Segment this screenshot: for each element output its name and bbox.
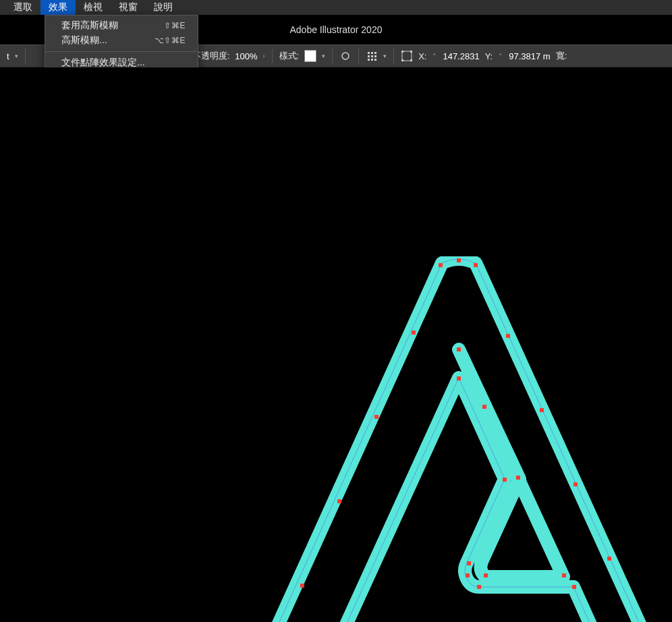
svg-rect-19 — [467, 561, 471, 565]
chevron-down-icon[interactable]: ▾ — [15, 53, 18, 59]
chevron-down-icon[interactable]: ▾ — [322, 53, 325, 59]
toolbar-suffix: t — [7, 51, 9, 61]
separator — [393, 49, 394, 63]
svg-rect-12 — [607, 557, 611, 561]
svg-rect-8 — [474, 263, 478, 267]
y-label: Y: — [485, 51, 493, 61]
menu-item-label: 高斯模糊... — [61, 34, 107, 47]
menu-window[interactable]: 視窗 — [111, 0, 146, 15]
brush-icon[interactable] — [338, 49, 353, 63]
transform-panel-icon[interactable] — [399, 49, 414, 63]
artwork-letter-a[interactable] — [256, 256, 661, 622]
svg-rect-17 — [477, 585, 481, 589]
svg-rect-20 — [503, 478, 507, 482]
separator — [272, 49, 273, 63]
svg-rect-23 — [482, 405, 486, 409]
svg-rect-18 — [466, 573, 470, 577]
svg-rect-16 — [572, 585, 576, 589]
svg-rect-3 — [410, 51, 412, 53]
menu-view[interactable]: 檢視 — [76, 0, 111, 15]
opacity-value[interactable]: 100% — [235, 51, 257, 61]
style-swatch[interactable] — [304, 50, 316, 62]
shortcut: ⌥⇧⌘E — [155, 36, 186, 45]
menu-item-label: 套用高斯模糊 — [61, 20, 118, 32]
stepper-icon[interactable]: ⌃ — [498, 53, 503, 59]
svg-rect-21 — [457, 376, 461, 380]
svg-rect-10 — [540, 408, 544, 412]
menubar: 選取 效果 檢視 視窗 說明 — [0, 0, 672, 15]
svg-rect-30 — [300, 584, 304, 588]
svg-rect-2 — [401, 51, 403, 53]
x-label: X: — [418, 51, 426, 61]
separator — [332, 49, 333, 63]
menu-help[interactable]: 說明 — [146, 0, 181, 15]
chevron-down-icon[interactable]: ▾ — [383, 53, 387, 59]
svg-point-0 — [342, 53, 349, 59]
svg-rect-27 — [412, 331, 416, 335]
w-label: 寬: — [556, 50, 567, 62]
separator — [45, 51, 198, 52]
menu-gaussian-blur[interactable]: 高斯模糊... ⌥⇧⌘E — [45, 33, 198, 48]
menu-effect[interactable]: 效果 — [40, 0, 76, 15]
svg-rect-25 — [484, 573, 488, 577]
separator — [358, 49, 359, 63]
svg-rect-6 — [457, 258, 461, 262]
menu-select[interactable]: 選取 — [5, 0, 40, 15]
svg-rect-1 — [402, 51, 412, 61]
chevron-right-icon[interactable]: › — [263, 53, 265, 59]
y-value[interactable]: 97.3817 m — [509, 51, 550, 61]
svg-rect-9 — [506, 334, 510, 338]
shortcut: ⇧⌘E — [164, 21, 186, 30]
align-panel-icon[interactable] — [364, 49, 379, 63]
style-label: 樣式: — [279, 50, 300, 62]
svg-rect-7 — [439, 263, 443, 267]
svg-rect-22 — [457, 347, 461, 351]
svg-rect-28 — [374, 415, 379, 419]
x-value[interactable]: 147.2831 — [443, 51, 479, 61]
canvas[interactable] — [0, 67, 672, 622]
svg-rect-29 — [337, 499, 341, 503]
svg-rect-11 — [573, 482, 578, 486]
separator — [25, 49, 26, 63]
menu-apply-gaussian[interactable]: 套用高斯模糊 ⇧⌘E — [45, 18, 198, 33]
svg-rect-26 — [562, 573, 566, 577]
svg-rect-24 — [516, 476, 520, 480]
svg-rect-4 — [401, 59, 403, 61]
stepper-icon[interactable]: ⌃ — [432, 53, 437, 59]
svg-rect-5 — [410, 59, 412, 61]
